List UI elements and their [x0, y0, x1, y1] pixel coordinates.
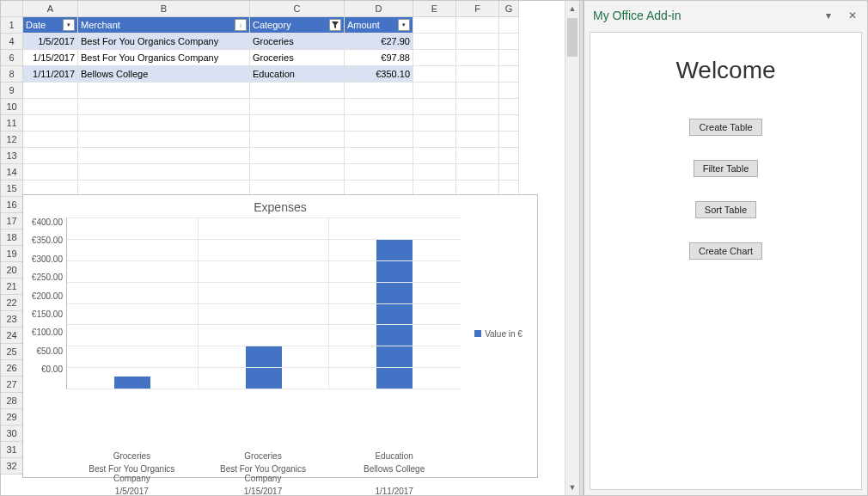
row-header-22[interactable]: 22: [1, 295, 23, 311]
empty-cell[interactable]: [456, 66, 499, 83]
empty-cell[interactable]: [499, 132, 519, 148]
filter-dropdown-icon[interactable]: ▾: [398, 19, 410, 31]
cell-merchant[interactable]: Bellows College: [78, 66, 250, 83]
empty-cell[interactable]: [250, 83, 345, 99]
empty-cell[interactable]: [499, 34, 519, 50]
empty-cell[interactable]: [499, 148, 519, 164]
cell-merchant[interactable]: Best For You Organics Company: [78, 50, 250, 66]
filter-dropdown-icon[interactable]: ↓: [235, 19, 247, 31]
empty-cell[interactable]: [413, 148, 456, 164]
close-icon[interactable]: ✕: [847, 9, 859, 21]
cell-amount[interactable]: €27.90: [345, 34, 413, 50]
cell-date[interactable]: 1/11/2017: [23, 66, 78, 83]
empty-cell[interactable]: [345, 115, 413, 132]
empty-cell[interactable]: [499, 83, 519, 99]
table-header-amount[interactable]: Amount▾: [345, 17, 413, 34]
empty-cell[interactable]: [456, 115, 499, 132]
empty-cell[interactable]: [456, 132, 499, 148]
row-header-4[interactable]: 4: [1, 34, 23, 50]
empty-cell[interactable]: [413, 115, 456, 132]
vertical-scrollbar[interactable]: ▲ ▼: [565, 1, 579, 495]
column-header-D[interactable]: D: [345, 1, 413, 17]
chart-object[interactable]: Expenses €400.00€350.00€300.00€250.00€20…: [22, 194, 538, 478]
cell-category[interactable]: Education: [250, 66, 345, 83]
column-header-A[interactable]: A: [23, 1, 78, 17]
row-header-23[interactable]: 23: [1, 311, 23, 328]
scroll-thumb[interactable]: [567, 18, 578, 57]
row-header-27[interactable]: 27: [1, 377, 23, 393]
row-header-16[interactable]: 16: [1, 197, 23, 213]
empty-cell[interactable]: [413, 34, 456, 50]
row-header-24[interactable]: 24: [1, 328, 23, 344]
sort-table-button[interactable]: Sort Table: [695, 201, 756, 218]
row-header-20[interactable]: 20: [1, 262, 23, 279]
column-header-F[interactable]: F: [456, 1, 499, 17]
row-header-17[interactable]: 17: [1, 213, 23, 230]
pane-menu-icon[interactable]: ▾: [822, 9, 834, 21]
empty-cell[interactable]: [456, 34, 499, 50]
empty-cell[interactable]: [345, 148, 413, 164]
empty-cell[interactable]: [413, 99, 456, 115]
filter-dropdown-icon[interactable]: ▾: [63, 19, 75, 31]
table-header-date[interactable]: Date▾: [23, 17, 78, 34]
empty-cell[interactable]: [413, 50, 456, 66]
empty-cell[interactable]: [23, 148, 78, 164]
row-header-13[interactable]: 13: [1, 148, 23, 164]
empty-cell[interactable]: [499, 17, 519, 34]
empty-cell[interactable]: [456, 164, 499, 181]
empty-cell[interactable]: [345, 164, 413, 181]
row-header-30[interactable]: 30: [1, 426, 23, 442]
row-header-6[interactable]: 6: [1, 50, 23, 66]
row-header-31[interactable]: 31: [1, 442, 23, 458]
empty-cell[interactable]: [23, 83, 78, 99]
row-header-28[interactable]: 28: [1, 393, 23, 409]
cell-category[interactable]: Groceries: [250, 34, 345, 50]
filter-table-button[interactable]: Filter Table: [694, 160, 759, 177]
empty-cell[interactable]: [250, 99, 345, 115]
row-header-12[interactable]: 12: [1, 132, 23, 148]
row-header-11[interactable]: 11: [1, 115, 23, 132]
cell-date[interactable]: 1/5/2017: [23, 34, 78, 50]
empty-cell[interactable]: [456, 17, 499, 34]
scroll-down-arrow[interactable]: ▼: [565, 480, 579, 495]
create-chart-button[interactable]: Create Chart: [689, 242, 762, 260]
empty-cell[interactable]: [250, 115, 345, 132]
empty-cell[interactable]: [456, 148, 499, 164]
row-header-21[interactable]: 21: [1, 279, 23, 295]
bar[interactable]: [114, 377, 150, 389]
create-table-button[interactable]: Create Table: [689, 119, 761, 136]
bar[interactable]: [376, 239, 413, 389]
empty-cell[interactable]: [499, 50, 519, 66]
empty-cell[interactable]: [250, 132, 345, 148]
empty-cell[interactable]: [345, 132, 413, 148]
empty-cell[interactable]: [413, 83, 456, 99]
empty-cell[interactable]: [499, 66, 519, 83]
table-header-merchant[interactable]: Merchant↓: [78, 17, 250, 34]
row-header-26[interactable]: 26: [1, 360, 23, 377]
empty-cell[interactable]: [345, 83, 413, 99]
cell-category[interactable]: Groceries: [250, 50, 345, 66]
empty-cell[interactable]: [78, 132, 250, 148]
select-all-corner[interactable]: [1, 1, 23, 17]
row-header-9[interactable]: 9: [1, 83, 23, 99]
empty-cell[interactable]: [413, 17, 456, 34]
column-header-G[interactable]: G: [499, 1, 519, 17]
row-header-29[interactable]: 29: [1, 409, 23, 426]
row-header-18[interactable]: 18: [1, 230, 23, 246]
empty-cell[interactable]: [23, 99, 78, 115]
empty-cell[interactable]: [78, 99, 250, 115]
row-header-32[interactable]: 32: [1, 458, 23, 475]
empty-cell[interactable]: [78, 83, 250, 99]
empty-cell[interactable]: [456, 99, 499, 115]
empty-cell[interactable]: [78, 115, 250, 132]
empty-cell[interactable]: [23, 132, 78, 148]
table-header-category[interactable]: Category: [250, 17, 345, 34]
empty-cell[interactable]: [250, 164, 345, 181]
empty-cell[interactable]: [78, 164, 250, 181]
column-header-C[interactable]: C: [250, 1, 345, 17]
row-header-10[interactable]: 10: [1, 99, 23, 115]
empty-cell[interactable]: [413, 164, 456, 181]
cell-merchant[interactable]: Best For You Organics Company: [78, 34, 250, 50]
empty-cell[interactable]: [456, 83, 499, 99]
cell-date[interactable]: 1/15/2017: [23, 50, 78, 66]
